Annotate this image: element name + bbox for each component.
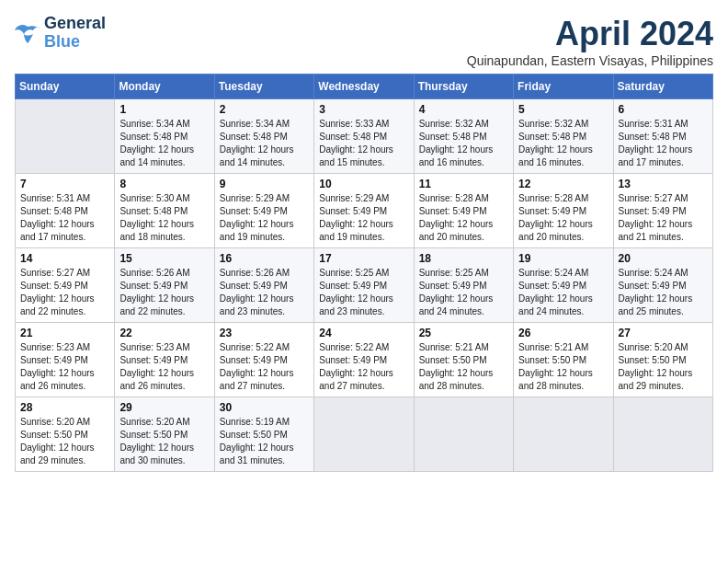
calendar-week-row: 28Sunrise: 5:20 AMSunset: 5:50 PMDayligh… [16,397,713,472]
calendar-cell: 25Sunrise: 5:21 AMSunset: 5:50 PMDayligh… [414,323,513,397]
page-header: General Blue April 2024 Quinapundan, Eas… [15,15,713,68]
day-number: 29 [119,401,209,414]
day-number: 26 [518,327,608,339]
day-info: Sunrise: 5:33 AMSunset: 5:48 PMDaylight:… [319,118,408,169]
day-info: Sunrise: 5:26 AMSunset: 5:49 PMDaylight:… [119,267,209,318]
calendar-cell: 11Sunrise: 5:28 AMSunset: 5:49 PMDayligh… [414,174,513,248]
logo-text: General Blue [44,15,106,52]
calendar-cell: 5Sunrise: 5:32 AMSunset: 5:48 PMDaylight… [514,99,613,174]
calendar-cell: 30Sunrise: 5:19 AMSunset: 5:50 PMDayligh… [214,397,313,472]
calendar-week-row: 1Sunrise: 5:34 AMSunset: 5:48 PMDaylight… [16,99,713,174]
day-number: 30 [220,401,309,414]
calendar-cell: 18Sunrise: 5:25 AMSunset: 5:49 PMDayligh… [414,248,513,323]
day-info: Sunrise: 5:22 AMSunset: 5:49 PMDaylight:… [220,341,309,393]
weekday-header-cell: Tuesday [214,75,313,99]
calendar-cell [414,397,513,472]
logo-icon [15,23,40,43]
title-block: April 2024 Quinapundan, Eastern Visayas,… [467,15,713,68]
day-info: Sunrise: 5:22 AMSunset: 5:49 PMDaylight:… [319,341,408,393]
calendar-cell: 9Sunrise: 5:29 AMSunset: 5:49 PMDaylight… [214,174,313,248]
location-subtitle: Quinapundan, Eastern Visayas, Philippine… [467,53,713,68]
day-info: Sunrise: 5:32 AMSunset: 5:48 PMDaylight:… [419,118,508,169]
day-info: Sunrise: 5:25 AMSunset: 5:49 PMDaylight:… [319,267,408,318]
weekday-header-cell: Wednesday [314,75,414,99]
calendar-body: 1Sunrise: 5:34 AMSunset: 5:48 PMDaylight… [16,99,713,472]
day-info: Sunrise: 5:20 AMSunset: 5:50 PMDaylight:… [619,341,708,393]
day-info: Sunrise: 5:29 AMSunset: 5:49 PMDaylight:… [319,192,408,244]
calendar-cell: 13Sunrise: 5:27 AMSunset: 5:49 PMDayligh… [613,174,712,248]
day-info: Sunrise: 5:27 AMSunset: 5:49 PMDaylight:… [619,192,708,244]
day-number: 25 [419,327,508,339]
calendar-cell: 17Sunrise: 5:25 AMSunset: 5:49 PMDayligh… [314,248,414,323]
weekday-header-cell: Sunday [16,75,115,99]
day-info: Sunrise: 5:28 AMSunset: 5:49 PMDaylight:… [518,192,608,244]
day-info: Sunrise: 5:34 AMSunset: 5:48 PMDaylight:… [119,118,209,169]
day-info: Sunrise: 5:29 AMSunset: 5:49 PMDaylight:… [220,192,309,244]
weekday-header-cell: Friday [514,75,613,99]
calendar-cell: 3Sunrise: 5:33 AMSunset: 5:48 PMDaylight… [314,99,414,174]
day-number: 24 [319,327,408,339]
calendar-cell [16,99,115,174]
calendar-cell: 6Sunrise: 5:31 AMSunset: 5:48 PMDaylight… [613,99,712,174]
day-info: Sunrise: 5:21 AMSunset: 5:50 PMDaylight:… [518,341,608,393]
day-info: Sunrise: 5:24 AMSunset: 5:49 PMDaylight:… [518,267,608,318]
day-number: 18 [419,252,508,265]
calendar-week-row: 7Sunrise: 5:31 AMSunset: 5:48 PMDaylight… [16,174,713,248]
day-info: Sunrise: 5:25 AMSunset: 5:49 PMDaylight:… [419,267,508,318]
calendar-week-row: 14Sunrise: 5:27 AMSunset: 5:49 PMDayligh… [16,248,713,323]
calendar-cell: 1Sunrise: 5:34 AMSunset: 5:48 PMDaylight… [115,99,214,174]
day-number: 7 [20,178,109,190]
day-info: Sunrise: 5:30 AMSunset: 5:48 PMDaylight:… [119,192,209,244]
day-info: Sunrise: 5:34 AMSunset: 5:48 PMDaylight:… [220,118,309,169]
calendar-cell: 16Sunrise: 5:26 AMSunset: 5:49 PMDayligh… [214,248,313,323]
day-number: 15 [119,252,209,265]
day-number: 5 [518,103,608,116]
day-info: Sunrise: 5:28 AMSunset: 5:49 PMDaylight:… [419,192,508,244]
calendar-cell: 26Sunrise: 5:21 AMSunset: 5:50 PMDayligh… [514,323,613,397]
calendar-cell: 29Sunrise: 5:20 AMSunset: 5:50 PMDayligh… [115,397,214,472]
day-info: Sunrise: 5:31 AMSunset: 5:48 PMDaylight:… [20,192,109,244]
day-number: 8 [119,178,209,190]
day-number: 22 [119,327,209,339]
calendar-cell: 22Sunrise: 5:23 AMSunset: 5:49 PMDayligh… [115,323,214,397]
day-number: 28 [20,401,109,414]
day-number: 3 [319,103,408,116]
day-number: 27 [619,327,708,339]
calendar-cell: 23Sunrise: 5:22 AMSunset: 5:49 PMDayligh… [214,323,313,397]
day-info: Sunrise: 5:21 AMSunset: 5:50 PMDaylight:… [419,341,508,393]
day-number: 21 [20,327,109,339]
calendar-cell: 10Sunrise: 5:29 AMSunset: 5:49 PMDayligh… [314,174,414,248]
calendar-cell: 20Sunrise: 5:24 AMSunset: 5:49 PMDayligh… [613,248,712,323]
day-info: Sunrise: 5:20 AMSunset: 5:50 PMDaylight:… [119,416,209,467]
calendar-cell: 24Sunrise: 5:22 AMSunset: 5:49 PMDayligh… [314,323,414,397]
day-number: 2 [220,103,309,116]
day-info: Sunrise: 5:24 AMSunset: 5:49 PMDaylight:… [619,267,708,318]
weekday-header-cell: Monday [115,75,214,99]
day-number: 4 [419,103,508,116]
day-number: 11 [419,178,508,190]
day-info: Sunrise: 5:31 AMSunset: 5:48 PMDaylight:… [619,118,708,169]
weekday-header-row: SundayMondayTuesdayWednesdayThursdayFrid… [16,75,713,99]
day-number: 1 [119,103,209,116]
day-number: 9 [220,178,309,190]
day-number: 10 [319,178,408,190]
calendar-cell: 4Sunrise: 5:32 AMSunset: 5:48 PMDaylight… [414,99,513,174]
day-number: 17 [319,252,408,265]
day-number: 14 [20,252,109,265]
calendar-cell: 8Sunrise: 5:30 AMSunset: 5:48 PMDaylight… [115,174,214,248]
calendar-cell [514,397,613,472]
calendar-cell: 21Sunrise: 5:23 AMSunset: 5:49 PMDayligh… [16,323,115,397]
calendar-cell: 19Sunrise: 5:24 AMSunset: 5:49 PMDayligh… [514,248,613,323]
day-number: 19 [518,252,608,265]
calendar-cell: 12Sunrise: 5:28 AMSunset: 5:49 PMDayligh… [514,174,613,248]
calendar-cell [613,397,712,472]
day-info: Sunrise: 5:20 AMSunset: 5:50 PMDaylight:… [20,416,109,467]
day-number: 12 [518,178,608,190]
day-number: 13 [619,178,708,190]
day-info: Sunrise: 5:23 AMSunset: 5:49 PMDaylight:… [119,341,209,393]
day-info: Sunrise: 5:32 AMSunset: 5:48 PMDaylight:… [518,118,608,169]
calendar-cell: 15Sunrise: 5:26 AMSunset: 5:49 PMDayligh… [115,248,214,323]
logo: General Blue [15,15,106,52]
month-title: April 2024 [467,15,713,53]
weekday-header-cell: Saturday [613,75,712,99]
